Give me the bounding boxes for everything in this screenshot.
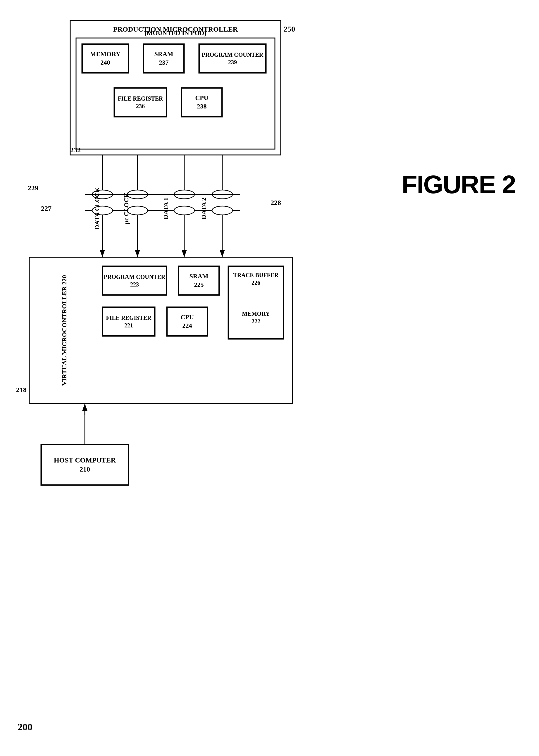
host-computer: HOST COMPUTER 210	[41, 445, 129, 485]
svg-point-21	[174, 206, 194, 215]
ref-227: 227	[41, 205, 51, 213]
uc-clock-label: μc CLOCK	[122, 193, 130, 224]
data1-label: DATA 1	[162, 198, 170, 219]
program-counter-223: PROGRAM COUNTER 223	[102, 266, 167, 295]
program-counter-239-label: PROGRAM COUNTER 239	[199, 44, 266, 73]
ref-250: 250	[284, 25, 295, 34]
data-clock-label: DATA CLOCK	[93, 187, 101, 230]
page-number: 200	[18, 722, 33, 732]
trace-buffer-226: TRACE BUFFER 226 MEMORY 222	[228, 266, 284, 339]
ref-228: 228	[270, 199, 281, 207]
sram-237-label: SRAM 237	[143, 44, 184, 73]
ref-229: 229	[28, 184, 38, 192]
figure-label: FIGURE 2	[402, 170, 516, 199]
data2-label: DATA 2	[200, 198, 208, 219]
ref-218: 218	[16, 386, 27, 394]
svg-point-20	[127, 206, 148, 215]
production-mc-subtitle: (MOUNTED IN POD)	[70, 28, 281, 38]
virtual-mc-title: VIRTUAL MICROCONTROLLER 220	[31, 259, 98, 402]
file-register-236-label: FILE REGISTER 236	[114, 88, 167, 117]
svg-rect-2	[70, 21, 281, 155]
svg-point-22	[212, 206, 233, 215]
cpu-238-label: CPU 238	[181, 88, 222, 117]
svg-point-16	[212, 190, 233, 199]
memory-240-label: MEMORY 240	[82, 44, 129, 73]
svg-point-14	[127, 190, 148, 199]
file-register-221: FILE REGISTER 221	[102, 307, 155, 336]
cpu-224: CPU 224	[167, 307, 208, 336]
ref-232: 232	[70, 146, 81, 154]
sram-225: SRAM 225	[179, 266, 219, 295]
svg-point-15	[174, 190, 194, 199]
